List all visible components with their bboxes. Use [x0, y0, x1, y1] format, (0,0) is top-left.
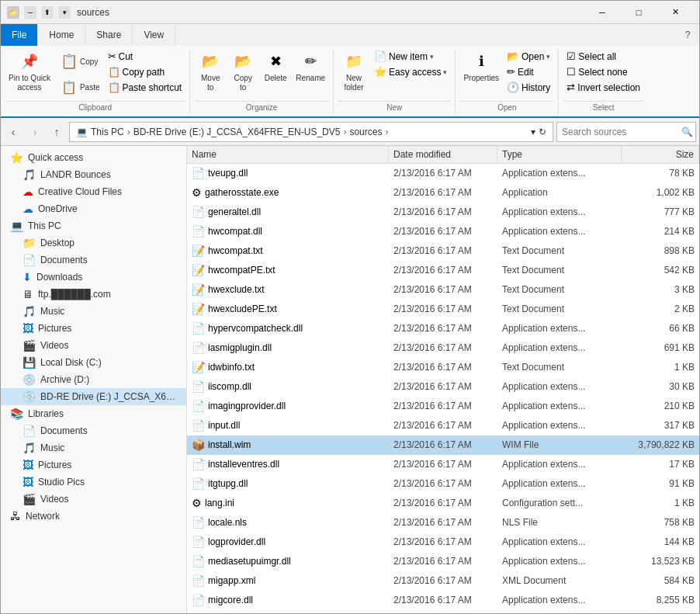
select-none-button[interactable]: ☐ Select none — [563, 64, 643, 79]
table-row[interactable]: 📄 iasmigplugin.dll 2/13/2016 6:17 AM App… — [187, 338, 699, 358]
copy-to-button[interactable]: 📂 Copy to — [227, 49, 258, 94]
address-dropdown[interactable]: ▾ — [531, 127, 535, 137]
new-folder-button[interactable]: 📁 New folder — [338, 49, 369, 94]
pin-to-quick-access-button[interactable]: 📌 Pin to Quick access — [5, 49, 54, 94]
easy-access-button[interactable]: ⭐ Easy access ▾ — [371, 64, 450, 79]
table-row[interactable]: 📄 migapp.xml 2/13/2016 6:17 AM XML Docum… — [187, 571, 699, 591]
table-row[interactable]: ⚙ mighost.exe 2/13/2016 6:17 AM Applicat… — [187, 610, 699, 614]
new-item-button[interactable]: 📄 New item ▾ — [371, 49, 450, 64]
table-row[interactable]: ⚙ lang.ini 2/13/2016 6:17 AM Configurati… — [187, 494, 699, 513]
sidebar-item-onedrive[interactable]: ☁ OneDrive — [1, 200, 186, 217]
cut-button[interactable]: ✂ Cut — [105, 49, 185, 64]
up-button[interactable]: ↑ — [47, 123, 66, 141]
address-path[interactable]: 💻 This PC › BD-RE Drive (E:) J_CCSA_X64F… — [69, 122, 553, 142]
col-header-type[interactable]: Type — [497, 146, 622, 163]
help-button[interactable]: ? — [676, 24, 699, 46]
properties-button[interactable]: ℹ Properties — [460, 49, 502, 85]
table-row[interactable]: 📄 itgtupg.dll 2/13/2016 6:17 AM Applicat… — [187, 474, 699, 494]
copy-path-button[interactable]: 📋 Copy path — [105, 64, 185, 79]
table-row[interactable]: ⚙ gatherosstate.exe 2/13/2016 6:17 AM Ap… — [187, 183, 699, 203]
select-group-label: Select — [563, 101, 643, 113]
table-row[interactable]: 📄 hypervcompatcheck.dll 2/13/2016 6:17 A… — [187, 319, 699, 338]
table-row[interactable]: 📄 hwcompat.dll 2/13/2016 6:17 AM Applica… — [187, 222, 699, 241]
edit-button[interactable]: ✏ Edit — [504, 64, 553, 79]
file-icon: 📄 — [192, 477, 205, 490]
search-box[interactable]: 🔍 — [556, 122, 696, 142]
sidebar-item-lib-documents[interactable]: 📄 Documents — [1, 422, 186, 439]
tab-home[interactable]: Home — [38, 24, 85, 46]
table-row[interactable]: 📦 install.wim 2/13/2016 6:17 AM WIM File… — [187, 435, 699, 455]
path-drive[interactable]: BD-RE Drive (E:) J_CCSA_X64FRE_EN-US_DV5 — [133, 127, 341, 137]
back-button[interactable]: ‹ — [4, 123, 23, 141]
sidebar-item-lib-music[interactable]: 🎵 Music — [1, 439, 186, 456]
sidebar-item-creative-cloud[interactable]: ☁ Creative Cloud Files — [1, 183, 186, 200]
table-row[interactable]: 📄 iiscomp.dll 2/13/2016 6:17 AM Applicat… — [187, 377, 699, 397]
sidebar-item-music[interactable]: 🎵 Music — [1, 303, 186, 320]
table-row[interactable]: 📄 tveupg.dll 2/13/2016 6:17 AM Applicati… — [187, 164, 699, 183]
open-button[interactable]: 📂 Open ▾ — [504, 49, 553, 64]
close-button[interactable]: ✕ — [657, 1, 693, 24]
col-header-name[interactable]: Name — [187, 146, 389, 163]
table-row[interactable]: 📝 hwexclude.txt 2/13/2016 6:17 AM Text D… — [187, 280, 699, 300]
table-row[interactable]: 📄 input.dll 2/13/2016 6:17 AM Applicatio… — [187, 416, 699, 435]
sidebar-item-lib-pictures[interactable]: 🖼 Pictures — [1, 456, 186, 474]
table-row[interactable]: 📄 mediasetupuimgr.dll 2/13/2016 6:17 AM … — [187, 552, 699, 571]
table-row[interactable]: 📝 idwbinfo.txt 2/13/2016 6:17 AM Text Do… — [187, 358, 699, 377]
minimize-button[interactable]: ─ — [584, 1, 620, 24]
table-row[interactable]: 📄 imagingprovider.dll 2/13/2016 6:17 AM … — [187, 397, 699, 416]
sidebar-item-lib-videos[interactable]: 🎬 Videos — [1, 491, 186, 508]
tab-share[interactable]: Share — [85, 24, 133, 46]
sidebar-item-documents[interactable]: 📄 Documents — [1, 251, 186, 269]
copy-button[interactable]: 📋 Copy — [55, 49, 103, 74]
select-all-button[interactable]: ☑ Select all — [563, 49, 643, 64]
table-row[interactable]: 📝 hwcompat.txt 2/13/2016 6:17 AM Text Do… — [187, 241, 699, 261]
rename-button[interactable]: ✏ Rename — [293, 49, 328, 85]
file-name-cell: 📄 input.dll — [187, 418, 389, 433]
maximize-button[interactable]: □ — [621, 1, 657, 24]
sidebar-item-desktop[interactable]: 📁 Desktop — [1, 234, 186, 251]
table-row[interactable]: 📝 hwexcludePE.txt 2/13/2016 6:17 AM Text… — [187, 300, 699, 319]
invert-selection-button[interactable]: ⇄ Invert selection — [563, 80, 643, 95]
paste-shortcut-button[interactable]: 📋 Paste shortcut — [105, 80, 185, 95]
sidebar-item-local-disk[interactable]: 💾 Local Disk (C:) — [1, 354, 186, 371]
col-header-size[interactable]: Size — [622, 146, 699, 163]
sidebar-item-ftp[interactable]: 🖥 ftp.██████.com — [1, 286, 186, 303]
path-sources[interactable]: sources — [349, 127, 382, 137]
sidebar-item-videos[interactable]: 🎬 Videos — [1, 337, 186, 354]
sidebar-item-quick-access[interactable]: ⭐ Quick access — [1, 149, 186, 166]
sidebar-item-libraries[interactable]: 📚 Libraries — [1, 405, 186, 422]
cut-col: ✂ Cut 📋 Copy path 📋 Paste shortcut — [105, 49, 185, 95]
file-type-cell: Application extens... — [497, 205, 622, 219]
move-to-button[interactable]: 📂 Move to — [195, 49, 226, 94]
tab-view[interactable]: View — [133, 24, 175, 46]
quick-access-1[interactable]: ─ — [24, 6, 36, 19]
sidebar-item-bdre[interactable]: 💿 BD-RE Drive (E:) J_CCSA_X64FRE_E — [1, 388, 186, 405]
search-input[interactable] — [562, 127, 678, 137]
address-refresh[interactable]: ↻ — [539, 127, 546, 137]
col-header-date[interactable]: Date modified — [389, 146, 497, 163]
tab-file[interactable]: File — [1, 24, 38, 46]
delete-button[interactable]: ✖ Delete — [260, 49, 291, 85]
table-row[interactable]: 📝 hwcompatPE.txt 2/13/2016 6:17 AM Text … — [187, 261, 699, 280]
sidebar-item-archive[interactable]: 💿 Archive (D:) — [1, 371, 186, 388]
sidebar-item-this-pc[interactable]: 💻 This PC — [1, 217, 186, 234]
sidebar-item-studio-pics[interactable]: 🖼 Studio Pics — [1, 474, 186, 491]
sidebar-item-downloads[interactable]: ⬇ Downloads — [1, 269, 186, 286]
path-sep-2: › — [343, 127, 346, 137]
sidebar-item-network[interactable]: 🖧 Network — [1, 508, 186, 525]
table-row[interactable]: 📄 migcore.dll 2/13/2016 6:17 AM Applicat… — [187, 591, 699, 610]
table-row[interactable]: 📄 installeventres.dll 2/13/2016 6:17 AM … — [187, 455, 699, 474]
sidebar-item-pictures[interactable]: 🖼 Pictures — [1, 320, 186, 337]
table-row[interactable]: 📄 generaltel.dll 2/13/2016 6:17 AM Appli… — [187, 203, 699, 222]
properties-icon: ℹ — [470, 50, 492, 72]
sidebar-item-landr[interactable]: 🎵 LANDR Bounces — [1, 166, 186, 183]
table-row[interactable]: 📄 logprovider.dll 2/13/2016 6:17 AM Appl… — [187, 532, 699, 552]
history-button[interactable]: 🕐 History — [504, 80, 553, 95]
forward-button[interactable]: › — [26, 123, 44, 141]
paste-button[interactable]: 📋 Paste — [55, 75, 103, 99]
bdre-icon: 💿 — [23, 390, 36, 403]
quick-access-2[interactable]: ⬆ — [41, 6, 54, 19]
table-row[interactable]: 📄 locale.nls 2/13/2016 6:17 AM NLS File … — [187, 513, 699, 532]
path-thispc[interactable]: This PC — [91, 127, 124, 137]
quick-access-3[interactable]: ▾ — [58, 6, 71, 19]
